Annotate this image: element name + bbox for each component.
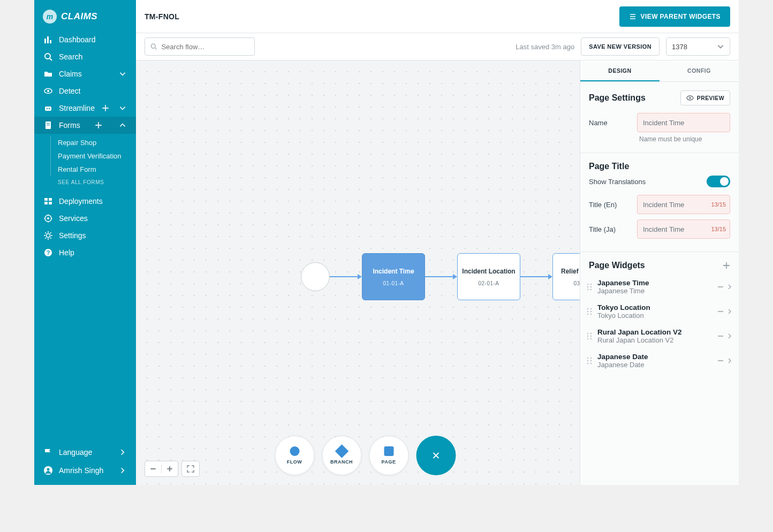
- sidebar-item-dashboard[interactable]: Dashboard: [34, 31, 136, 48]
- zoom-in-button[interactable]: [162, 461, 178, 477]
- palette-close-button[interactable]: [416, 436, 456, 475]
- search-input[interactable]: [161, 43, 249, 51]
- start-node[interactable]: [301, 262, 330, 291]
- sidebar-item-claims[interactable]: Claims: [34, 65, 136, 82]
- drag-handle-icon[interactable]: [587, 283, 592, 291]
- show-translations-label: Show Translations: [589, 178, 646, 186]
- name-label: Name: [589, 119, 632, 127]
- add-widget-button[interactable]: [723, 262, 730, 269]
- fullscreen-button[interactable]: [181, 461, 200, 477]
- toolbar: Last saved 3m ago SAVE NEW VERSION 1378: [136, 33, 739, 60]
- sidebar-item-deployments[interactable]: Deployments: [34, 193, 136, 210]
- chevron-right-icon: [119, 467, 126, 474]
- sidebar: m CLAIMS Dashboard Search Claims Detect: [34, 0, 136, 485]
- remove-widget-button[interactable]: [717, 308, 724, 315]
- tab-config[interactable]: CONFIG: [660, 60, 739, 81]
- sidebar-item-services[interactable]: Services: [34, 210, 136, 227]
- sidebar-item-user[interactable]: Amrish Singh: [34, 461, 136, 480]
- chevron-up-icon: [119, 121, 126, 129]
- sidebar-item-search[interactable]: Search: [34, 48, 136, 65]
- eye-icon: [44, 87, 52, 95]
- canvas[interactable]: Incident Time 01-01-A Incident Location …: [136, 60, 580, 485]
- svg-point-50: [587, 360, 588, 361]
- page-shape-icon: [384, 446, 393, 456]
- svg-rect-13: [47, 123, 50, 124]
- list-icon: [629, 13, 636, 20]
- zoom-out-button[interactable]: [145, 461, 161, 477]
- subitem-rental-form[interactable]: Rental Form: [34, 163, 136, 176]
- plus-icon[interactable]: [95, 121, 102, 129]
- show-translations-toggle[interactable]: [707, 176, 730, 187]
- title-ja-label: Title (Ja): [589, 225, 632, 233]
- sidebar-item-detect[interactable]: Detect: [34, 82, 136, 100]
- search-input-wrap[interactable]: [145, 37, 255, 56]
- expand-icon: [187, 465, 194, 473]
- deploy-icon: [44, 197, 52, 206]
- svg-rect-2: [44, 39, 46, 43]
- sidebar-item-settings[interactable]: Settings: [34, 227, 136, 244]
- name-field[interactable]: [637, 113, 730, 132]
- app-name: CLAIMS: [61, 11, 97, 22]
- robot-icon: [44, 104, 52, 112]
- palette-page[interactable]: PAGE: [369, 436, 408, 475]
- palette-branch[interactable]: BRANCH: [322, 436, 361, 475]
- avatar-icon: [44, 466, 52, 475]
- svg-point-45: [590, 336, 592, 337]
- view-parent-widgets-button[interactable]: VIEW PARENT WIDGETS: [619, 6, 730, 27]
- plus-icon: [723, 262, 730, 269]
- sidebar-item-forms[interactable]: Forms: [34, 117, 136, 134]
- expand-widget-button[interactable]: [727, 358, 732, 364]
- sidebar-item-streamline[interactable]: Streamline: [34, 100, 136, 117]
- save-new-version-button[interactable]: SAVE NEW VERSION: [581, 37, 660, 56]
- svg-point-25: [47, 468, 50, 471]
- remove-widget-button[interactable]: [717, 333, 724, 339]
- widget-item[interactable]: Rural Japan Location V2 Rural Japan Loca…: [585, 324, 734, 348]
- preview-button[interactable]: PREVIEW: [680, 90, 730, 105]
- node-incident-time[interactable]: Incident Time 01-01-A: [362, 253, 425, 300]
- node-incident-location[interactable]: Incident Location 02-01-A: [457, 253, 520, 300]
- svg-point-11: [49, 108, 50, 109]
- svg-line-27: [155, 48, 157, 50]
- svg-rect-3: [47, 36, 49, 43]
- svg-rect-14: [47, 125, 50, 125]
- drag-handle-icon[interactable]: [587, 308, 592, 315]
- palette-flow[interactable]: FLOW: [275, 436, 314, 475]
- svg-rect-18: [49, 202, 52, 204]
- see-all-forms[interactable]: SEE ALL FORMS: [34, 176, 136, 189]
- plus-icon[interactable]: [102, 104, 109, 112]
- svg-point-37: [590, 308, 592, 309]
- widget-item[interactable]: Japanese Time Japanese Time: [585, 275, 734, 299]
- expand-widget-button[interactable]: [727, 333, 732, 339]
- node-relief-location[interactable]: Relief Location 03-01-A: [552, 253, 580, 300]
- expand-widget-button[interactable]: [727, 284, 732, 290]
- svg-point-34: [587, 289, 588, 290]
- drag-handle-icon[interactable]: [587, 357, 592, 364]
- minus-icon: [717, 284, 724, 290]
- flag-icon: [44, 448, 52, 457]
- svg-rect-9: [45, 107, 51, 111]
- svg-point-44: [587, 336, 588, 337]
- widget-item[interactable]: Tokyo Location Tokyo Location: [585, 299, 734, 324]
- svg-point-36: [587, 308, 588, 309]
- svg-point-5: [45, 54, 50, 59]
- drag-handle-icon[interactable]: [587, 332, 592, 340]
- widget-item[interactable]: Japanese Date Japanese Date: [585, 348, 734, 373]
- subitem-repair-shop[interactable]: Repair Shop: [34, 136, 136, 149]
- remove-widget-button[interactable]: [717, 284, 724, 290]
- svg-point-53: [590, 363, 592, 364]
- zoom-controls: [145, 461, 200, 477]
- last-saved-text: Last saved 3m ago: [516, 43, 574, 51]
- sidebar-item-language[interactable]: Language: [34, 443, 136, 461]
- subitem-payment-verification[interactable]: Payment Verification: [34, 149, 136, 163]
- close-icon: [431, 451, 441, 460]
- tab-design[interactable]: DESIGN: [580, 60, 660, 81]
- help-icon: ?: [44, 248, 52, 257]
- expand-widget-button[interactable]: [727, 308, 732, 315]
- remove-widget-button[interactable]: [717, 358, 724, 364]
- version-select[interactable]: 1378: [666, 37, 730, 56]
- arrow: [330, 274, 362, 279]
- sidebar-item-help[interactable]: ? Help: [34, 244, 136, 261]
- svg-point-49: [590, 358, 592, 359]
- chevron-down-icon: [119, 70, 126, 78]
- svg-point-46: [587, 338, 588, 339]
